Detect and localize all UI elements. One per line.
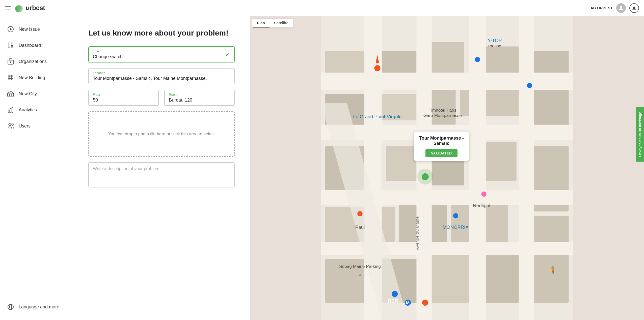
- sidebar-item-dashboard[interactable]: Dashboard: [0, 37, 73, 53]
- svg-text:Sopag Maine Parking: Sopag Maine Parking: [339, 264, 381, 269]
- logo-icon: [14, 3, 24, 13]
- svg-point-2: [17, 5, 21, 10]
- sidebar-item-language[interactable]: Language and more: [0, 299, 73, 315]
- svg-point-26: [12, 124, 13, 125]
- room-input[interactable]: [169, 98, 230, 103]
- notification-bell[interactable]: [629, 3, 639, 13]
- svg-text:Paul: Paul: [355, 225, 365, 230]
- logo-text: urbest: [26, 4, 45, 12]
- svg-point-74: [527, 83, 532, 88]
- sidebar-item-label: Users: [19, 123, 31, 129]
- sidebar-item-label: Analytics: [19, 107, 37, 113]
- svg-text:M: M: [406, 300, 410, 305]
- sidebar: New Issue Dashboard Organizations New Bu…: [0, 16, 73, 320]
- svg-point-70: [422, 173, 429, 180]
- sidebar-item-analytics[interactable]: Analytics: [0, 102, 73, 118]
- svg-point-75: [357, 211, 363, 216]
- main-form: Let us know more about your problem! Tit…: [73, 16, 250, 320]
- location-label: Location: [93, 71, 230, 75]
- svg-point-73: [475, 57, 480, 62]
- form-heading: Let us know more about your problem!: [88, 29, 235, 37]
- svg-rect-59: [519, 16, 534, 320]
- svg-text:MONOPRIX: MONOPRIX: [443, 225, 469, 230]
- map-card-title: Tour Montparnasse -Samsic: [419, 136, 464, 146]
- sidebar-item-label: Organizations: [19, 59, 47, 64]
- sidebar-item-label: Language and more: [19, 304, 59, 310]
- svg-text:RER: RER: [388, 298, 398, 304]
- header-right: AG URBEST: [591, 3, 639, 13]
- sidebar-item-label: New Building: [19, 75, 45, 80]
- location-field-group: Location: [88, 68, 235, 84]
- svg-text:Gare Montparnasse: Gare Montparnasse: [423, 113, 462, 118]
- globe-icon: [7, 303, 14, 310]
- svg-point-3: [620, 6, 622, 8]
- description-placeholder: Write a description of your problem: [93, 166, 159, 171]
- svg-text:Le Grand Point-Virgule: Le Grand Point-Virgule: [353, 114, 401, 119]
- sidebar-item-new-city[interactable]: New City: [0, 86, 73, 102]
- svg-rect-9: [11, 47, 13, 48]
- svg-rect-19: [8, 93, 14, 96]
- sidebar-item-users[interactable]: Users: [0, 118, 73, 134]
- svg-rect-23: [10, 109, 11, 112]
- map-tab-satellite[interactable]: Satellite: [270, 19, 293, 27]
- floor-input[interactable]: [93, 98, 154, 103]
- location-field-wrapper: Location: [88, 68, 235, 84]
- sidebar-item-organizations[interactable]: Organizations: [0, 53, 73, 70]
- map-tabs: Plan Satellite: [252, 19, 293, 27]
- title-field-group: Title ✓: [88, 46, 235, 62]
- user-avatar[interactable]: [616, 3, 626, 13]
- users-icon: [7, 122, 14, 130]
- svg-text:P: P: [359, 273, 361, 277]
- title-field-wrapper: Title ✓: [88, 46, 235, 62]
- jivochat-tab[interactable]: Envoyez-nous un message: [636, 107, 644, 162]
- svg-rect-7: [8, 43, 10, 48]
- organizations-icon: [7, 58, 14, 65]
- sidebar-item-label: Dashboard: [19, 43, 41, 48]
- plus-circle-icon: [7, 26, 14, 33]
- svg-rect-22: [8, 110, 9, 112]
- svg-rect-14: [8, 75, 13, 80]
- svg-text:rnasse: rnasse: [488, 43, 501, 48]
- svg-rect-31: [382, 51, 417, 73]
- svg-rect-39: [386, 146, 417, 181]
- floor-field-wrapper: Floor: [88, 90, 159, 106]
- svg-rect-52: [321, 73, 573, 90]
- city-icon: [7, 90, 14, 97]
- photo-dropzone[interactable]: You can drop a photo file here or click …: [88, 111, 235, 157]
- logo: urbest: [14, 3, 45, 13]
- dropzone-text: You can drop a photo file here or click …: [108, 132, 215, 137]
- sidebar-item-label: New Issue: [19, 27, 40, 32]
- room-label: Room: [169, 93, 230, 97]
- room-field-wrapper: Room: [164, 90, 235, 106]
- floor-room-group: Floor Room: [88, 90, 235, 106]
- username-label: AG URBEST: [591, 6, 613, 10]
- svg-point-71: [374, 65, 380, 71]
- svg-text:Avenue du Maine: Avenue du Maine: [415, 216, 420, 250]
- hamburger-button[interactable]: [5, 6, 11, 10]
- title-label: Title: [93, 49, 230, 53]
- svg-rect-55: [321, 242, 573, 255]
- svg-text:Redlight: Redlight: [473, 203, 491, 208]
- sidebar-item-new-issue[interactable]: New Issue: [0, 21, 73, 37]
- dashboard-icon: [7, 42, 14, 49]
- map-location-card: Tour Montparnasse -Samsic VALIDATED: [414, 132, 469, 161]
- header-left: urbest: [5, 3, 45, 13]
- street-view-person: 🧍: [548, 266, 557, 274]
- svg-rect-24: [12, 107, 13, 112]
- check-icon: ✓: [225, 51, 230, 58]
- map-tab-plan[interactable]: Plan: [252, 19, 270, 27]
- map-background: Le Grand Point-Virgule Timhotel Paris Ga…: [250, 16, 644, 320]
- svg-point-25: [9, 123, 11, 126]
- title-input[interactable]: [93, 54, 230, 59]
- validated-button[interactable]: VALIDATED: [425, 149, 458, 157]
- svg-point-77: [481, 191, 487, 197]
- map-svg: Le Grand Point-Virgule Timhotel Paris Ga…: [250, 16, 644, 320]
- sidebar-item-new-building[interactable]: New Building: [0, 70, 73, 86]
- main-layout: New Issue Dashboard Organizations New Bu…: [0, 16, 644, 320]
- svg-point-79: [422, 300, 428, 306]
- svg-rect-11: [9, 59, 12, 60]
- location-input[interactable]: [93, 76, 230, 81]
- svg-point-76: [453, 213, 458, 218]
- description-field[interactable]: Write a description of your problem: [88, 162, 235, 187]
- svg-rect-57: [416, 16, 432, 320]
